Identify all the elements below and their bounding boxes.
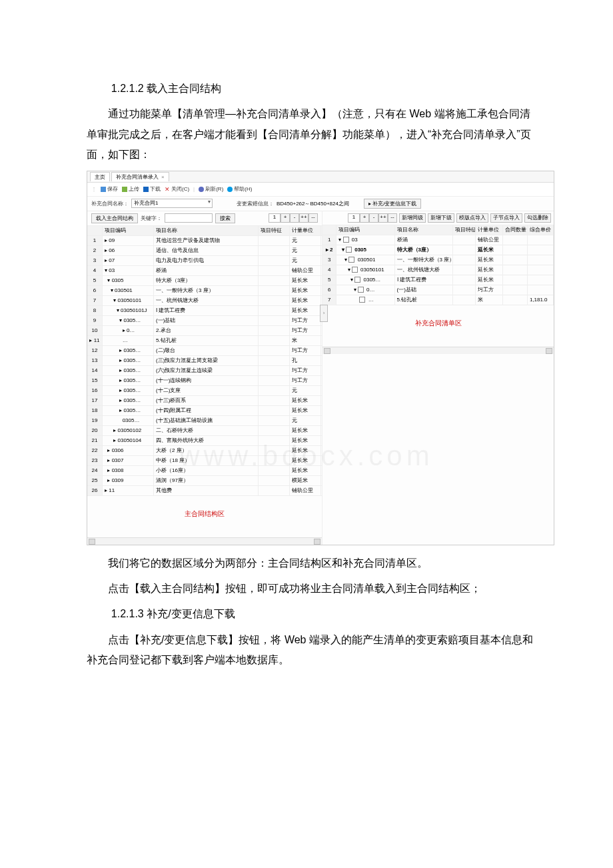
label: 刷新(R)	[205, 185, 223, 193]
tab-page[interactable]: 补充合同清单录入 ×	[111, 172, 169, 181]
right-caption: 补充合同清单区	[322, 305, 554, 347]
tab-strip: 主页 补充合同清单录入 ×	[87, 171, 554, 183]
table-row[interactable]: 1▾ 03桥涵铺轨公里	[322, 235, 554, 245]
help-button[interactable]: 帮助(H)	[227, 185, 252, 193]
table-row[interactable]: 13 ▸ 0305…(三)预应力混凝土简支箱梁孔	[87, 356, 322, 366]
table-row[interactable]: 12 ▸ 0305…(二)墩台圬工方	[87, 346, 322, 356]
h-scrollbar[interactable]	[87, 537, 322, 545]
filter-bar: 补充合同名称： 补充合同1 变更索赔信息： BD450+262～BD450+82…	[87, 197, 554, 211]
download-button[interactable]: 下载	[143, 185, 161, 193]
paragraph-1: 通过功能菜单【清单管理—补充合同清单录入】（注意，只有在 Web 端将施工承包合…	[87, 104, 540, 165]
table-row[interactable]: 5 ▾ 0305…Ⅰ 建筑工程费延长米	[322, 275, 554, 285]
tab-label: 主页	[95, 173, 105, 181]
left-control-bar: 载入主合同结构 关键字： 搜索 1 + - ++ --	[87, 211, 322, 226]
section-heading-1: 1.2.1.2 载入主合同结构	[87, 79, 540, 99]
splitter-handle[interactable]: ›	[320, 305, 328, 322]
table-row[interactable]: 6 ▾ 0…(一)基础圬工方	[322, 285, 554, 295]
tab-label: 补充合同清单录入	[116, 173, 159, 181]
upload-button[interactable]: 上传	[122, 185, 139, 193]
table-row[interactable]: 4 ▾ 03050101一、杭州钱塘大桥延长米	[322, 265, 554, 275]
load-structure-button[interactable]: 载入主合同结构	[91, 213, 138, 223]
label: 上传	[129, 185, 139, 193]
refresh-button[interactable]: 刷新(R)	[199, 185, 223, 193]
label: 关闭(C)	[171, 185, 189, 193]
right-table-header: 项目编码 项目名称 项目特征 计量单位 合同数量 综合单价	[322, 225, 554, 235]
table-row[interactable]: 7 …5.钻孔桩米1,181.0	[322, 295, 554, 305]
level-value: 1	[348, 213, 360, 223]
level-spinner-right[interactable]: 1 + - ++ --	[348, 213, 397, 223]
table-row[interactable]: 25 ▸ 0309涵洞（97座）横延米	[87, 476, 322, 486]
collapse-all-button[interactable]: --	[308, 213, 318, 223]
table-row[interactable]: 14 ▸ 0305…(六)预应力混凝土连续梁圬工方	[87, 366, 322, 376]
table-row[interactable]: 3 ▾ 030501一、一般特大桥（3 座）延长米	[322, 255, 554, 265]
table-row[interactable]: 15 ▸ 0305…(十一)连续钢构圬工方	[87, 376, 322, 386]
keyword-input[interactable]	[165, 213, 213, 223]
table-row[interactable]: 23 ▸ 0307中桥（18 座）延长米	[87, 456, 322, 466]
expand-all-button[interactable]: ++	[299, 213, 308, 223]
add-child-button[interactable]: 新增下级	[428, 213, 454, 223]
table-row[interactable]: 5 ▾ 0305特大桥（3座）延长米	[87, 276, 322, 286]
delete-checked-button[interactable]: 勾选删除	[524, 213, 551, 223]
left-caption: 主合同结构区	[87, 496, 322, 537]
table-row[interactable]: ▸ 11 …5.钻孔桩米	[87, 336, 322, 346]
upload-icon	[122, 187, 127, 192]
table-row[interactable]: 22 ▸ 0306大桥（2 座）延长米	[87, 446, 322, 456]
contract-name-dropdown[interactable]: 补充合同1	[131, 199, 213, 208]
table-row[interactable]: 9 ▾ 0305…(一)基础圬工方	[87, 316, 322, 326]
change-info-label: 变更索赔信息：	[237, 200, 274, 207]
table-row[interactable]: 26▸ 11其他费铺轨公里	[87, 486, 322, 496]
add-sibling-button[interactable]: 新增同级	[399, 213, 426, 223]
table-row[interactable]: 6 ▾ 030501一、一般特大桥（3 座）延长米	[87, 286, 322, 296]
save-icon	[101, 187, 106, 192]
table-row[interactable]: 2▸ 06通信、信号及信息元	[87, 246, 322, 256]
table-row[interactable]: 17 ▸ 0305…(十三)桥面系延长米	[87, 396, 322, 406]
table-row[interactable]: 24 ▸ 0308小桥（16座）延长米	[87, 466, 322, 476]
contract-name-label: 补充合同名称：	[91, 200, 129, 207]
import-template-button[interactable]: 模版点导入	[456, 213, 488, 223]
minus-button[interactable]: -	[369, 213, 378, 223]
download-icon	[143, 187, 149, 192]
close-icon	[165, 187, 170, 192]
table-row[interactable]: 7 ▾ 03050101一、杭州钱塘大桥延长米	[87, 296, 322, 306]
table-row[interactable]: 8 ▾ 03050101JⅠ 建筑工程费延长米	[87, 306, 322, 316]
import-child-button[interactable]: 子节点导入	[490, 213, 522, 223]
left-table-header: 项目编码 项目名称 项目特征 计量单位	[87, 226, 322, 236]
table-row[interactable]: 16 ▸ 0305…(十二)支座元	[87, 386, 322, 396]
close-button[interactable]: 关闭(C)	[165, 185, 189, 193]
level-spinner[interactable]: 1 + - ++ --	[269, 213, 318, 223]
help-icon	[227, 187, 233, 192]
paragraph-4: 点击【补充/变更信息下载】按钮，将 Web 端录入的能产生清单的变更索赔项目基本…	[87, 630, 540, 671]
level-value: 1	[269, 213, 281, 223]
table-row[interactable]: 3▸ 07电力及电力牵引供电元	[87, 256, 322, 266]
change-info-value: BD450+262～BD450+824之间	[277, 200, 349, 207]
table-row[interactable]: 1▸ 09其他运营生产设备及建筑物元	[87, 236, 322, 246]
toolbar: ⋮ 保存 上传 下载 关闭(C) | 刷新(R) 帮助(H)	[87, 183, 554, 197]
app-screenshot: 主页 补充合同清单录入 × ⋮ 保存 上传 下载 关闭(C) | 刷新(R) 帮…	[87, 171, 554, 545]
minus-button[interactable]: -	[290, 213, 299, 223]
expand-all-button[interactable]: ++	[378, 213, 388, 223]
plus-button[interactable]: +	[360, 213, 369, 223]
right-control-bar: 1 + - ++ -- 新增同级 新增下级 模版点导入 子节点导入 勾选删除	[322, 211, 554, 225]
label: 保存	[107, 185, 118, 193]
collapse-all-button[interactable]: --	[388, 213, 397, 223]
refresh-icon	[199, 187, 204, 192]
keyword-label: 关键字：	[141, 215, 162, 222]
label: 帮助(H)	[234, 185, 252, 193]
plus-button[interactable]: +	[281, 213, 290, 223]
table-row[interactable]: 19 0305…(十五)基础施工辅助设施元	[87, 416, 322, 426]
table-row[interactable]: 20 ▸ 03050102二、石桥特大桥延长米	[87, 426, 322, 436]
search-button[interactable]: 搜索	[215, 213, 235, 223]
table-row[interactable]: 4▾ 03桥涵铺轨公里	[87, 266, 322, 276]
paragraph-3: 点击【载入主合同结构】按钮，即可成功将业主合同清单载入到主合同结构区；	[87, 579, 540, 599]
table-row[interactable]: 18 ▸ 0305…(十四)附属工程延长米	[87, 406, 322, 416]
h-scrollbar[interactable]	[322, 347, 554, 354]
save-button[interactable]: 保存	[101, 185, 118, 193]
table-row[interactable]: ▸ 2 ▾ 0305特大桥（3座）延长米	[322, 245, 554, 255]
tab-close-icon[interactable]: ×	[161, 174, 165, 180]
tab-main[interactable]: 主页	[90, 172, 110, 181]
table-row[interactable]: 21 ▸ 03050104四、富顺外线特大桥延长米	[87, 436, 322, 446]
download-change-info-button[interactable]: ▸ 补充/变更信息下载	[364, 199, 421, 209]
label: 下载	[150, 185, 161, 193]
paragraph-2: 我们将它的数据区域分为两部分：主合同结构区和补充合同清单区。	[87, 553, 540, 573]
table-row[interactable]: 10 ▸ 0…2.承台圬工方	[87, 326, 322, 336]
